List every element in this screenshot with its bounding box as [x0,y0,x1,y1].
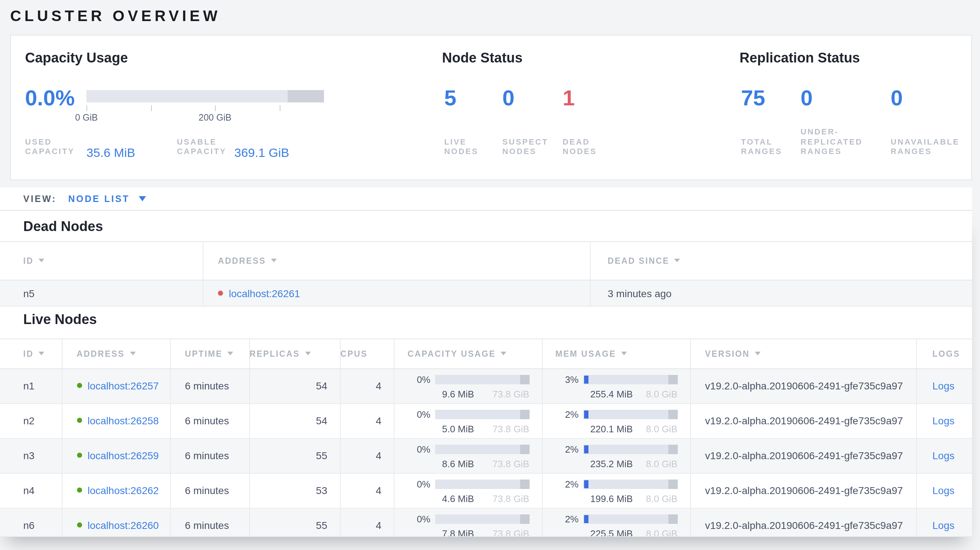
logs-link[interactable]: Logs [932,483,955,498]
node-uptime: 6 minutes [170,473,250,507]
live-node-row: n2 localhost:26258 6 minutes 54 4 0% 5.0… [0,404,972,439]
page-title: CLUSTER OVERVIEW [10,7,221,25]
node-address-cell: localhost:26257 [62,369,170,403]
dead-col-address[interactable]: ADDRESS [204,242,590,279]
dead-node-row: n5 localhost:26261 3 minutes ago [0,280,972,306]
dead-nodes-count: 1 [563,86,574,109]
live-node-row: n1 localhost:26257 6 minutes 54 4 0% 9.6… [0,369,972,404]
node-cpus: 4 [340,404,395,438]
capacity-percent: 0.0% [25,86,75,109]
node-mem-usage: 2% 225.5 MiB8.0 GiB [542,508,690,536]
total-ranges-count: 75 [741,86,765,109]
node-uptime: 6 minutes [170,508,250,536]
node-logs-cell: Logs [916,508,972,536]
sort-arrow-icon [675,259,680,262]
live-col-capacity-usage[interactable]: CAPACITY USAGE [395,339,542,368]
node-capacity-usage: 0% 4.6 MiB73.8 GiB [395,473,542,507]
live-col-replicas[interactable]: REPLICAS [250,339,340,368]
sort-arrow-icon [305,352,311,355]
live-node-row: n4 localhost:26262 6 minutes 53 4 0% 4.6… [0,473,972,508]
node-id: n1 [0,369,62,403]
capacity-bar [435,445,529,454]
live-col-logs: LOGS [916,339,972,368]
node-replicas: 54 [250,369,340,403]
node-address-link[interactable]: localhost:26257 [88,378,159,393]
node-replicas: 53 [250,473,340,507]
capacity-bar [435,514,529,524]
live-col-address[interactable]: ADDRESS [62,339,170,368]
capacity-gauge-unusable-segment [288,90,324,102]
sort-arrow-icon [501,352,507,355]
usable-capacity-label: USABLECAPACITY [177,137,226,157]
live-status-icon [76,383,82,388]
node-version: v19.2.0-alpha.20190606-2491-gfe735c9a97 [690,473,916,507]
live-nodes-heading: Live Nodes [0,312,972,327]
view-selected-value: NODE LIST [68,194,130,204]
node-cpus: 4 [340,508,395,536]
live-nodes-count: 5 [444,86,456,109]
dead-nodes-label: DEADNODES [563,137,597,157]
node-cpus: 4 [340,439,395,473]
dead-nodes-heading: Dead Nodes [0,219,972,235]
live-nodes-table-header: ID ADDRESS UPTIME REPLICAS CPUS CAPACITY… [0,338,972,369]
logs-link[interactable]: Logs [932,448,955,463]
node-cpus: 4 [340,473,395,507]
dead-col-dead-since[interactable]: DEAD SINCE [590,242,972,279]
live-col-cpus[interactable]: CPUS [340,339,395,368]
sort-arrow-icon [271,259,277,262]
node-uptime: 6 minutes [170,439,250,473]
node-uptime: 6 minutes [170,404,250,438]
node-cpus: 4 [340,369,395,403]
logs-link[interactable]: Logs [932,413,955,428]
logs-link[interactable]: Logs [932,518,955,532]
node-uptime: 6 minutes [170,369,250,403]
used-capacity-value: 35.6 MiB [86,146,135,160]
live-status-icon [76,522,82,528]
node-version: v19.2.0-alpha.20190606-2491-gfe735c9a97 [690,439,916,473]
memory-bar [583,480,678,489]
gauge-tick [86,105,87,111]
unavailable-ranges-label: UNAVAILABLERANGES [891,137,960,157]
live-col-mem-usage[interactable]: MEM USAGE [542,339,690,368]
live-col-version[interactable]: VERSION [690,339,916,368]
view-bar: VIEW: NODE LIST [0,188,972,211]
sort-arrow-icon [228,352,234,355]
usable-capacity-value: 369.1 GiB [234,146,289,160]
node-address-link[interactable]: localhost:26260 [88,518,159,532]
under-replicated-count: 0 [800,86,813,109]
node-id: n6 [0,508,62,536]
node-id: n3 [0,439,62,473]
dead-node-id: n5 [0,280,204,305]
replication-status-heading: Replication Status [740,50,860,66]
gauge-tick-label-200: 200 GiB [193,113,237,123]
chevron-down-icon [138,196,146,201]
live-status-icon [76,453,82,458]
live-nodes-label: LIVENODES [444,137,478,157]
node-logs-cell: Logs [916,369,972,403]
node-mem-usage: 2% 220.1 MiB8.0 GiB [542,404,690,438]
view-label: VIEW: [23,194,57,204]
node-logs-cell: Logs [916,439,972,473]
view-selector[interactable]: NODE LIST [68,194,146,204]
live-node-row: n3 localhost:26259 6 minutes 55 4 0% 8.6… [0,439,972,473]
memory-bar [583,514,678,524]
dead-node-address-link[interactable]: localhost:26261 [229,286,300,300]
memory-bar [583,445,678,454]
node-address-link[interactable]: localhost:26258 [88,413,159,428]
suspect-nodes-label: SUSPECTNODES [502,137,548,157]
live-col-uptime[interactable]: UPTIME [170,339,250,368]
live-col-id[interactable]: ID [0,339,62,368]
node-address-link[interactable]: localhost:26262 [88,483,159,498]
logs-link[interactable]: Logs [932,378,955,393]
node-address-link[interactable]: localhost:26259 [88,448,159,463]
node-address-cell: localhost:26258 [62,404,170,438]
sort-arrow-icon [755,352,760,355]
suspect-nodes-count: 0 [502,86,514,109]
dead-col-id[interactable]: ID [0,242,204,279]
node-logs-cell: Logs [916,404,972,438]
node-replicas: 54 [250,404,340,438]
node-capacity-usage: 0% 9.6 MiB73.8 GiB [395,369,542,403]
live-status-icon [76,418,82,423]
capacity-bar [435,480,529,489]
node-logs-cell: Logs [916,473,972,507]
